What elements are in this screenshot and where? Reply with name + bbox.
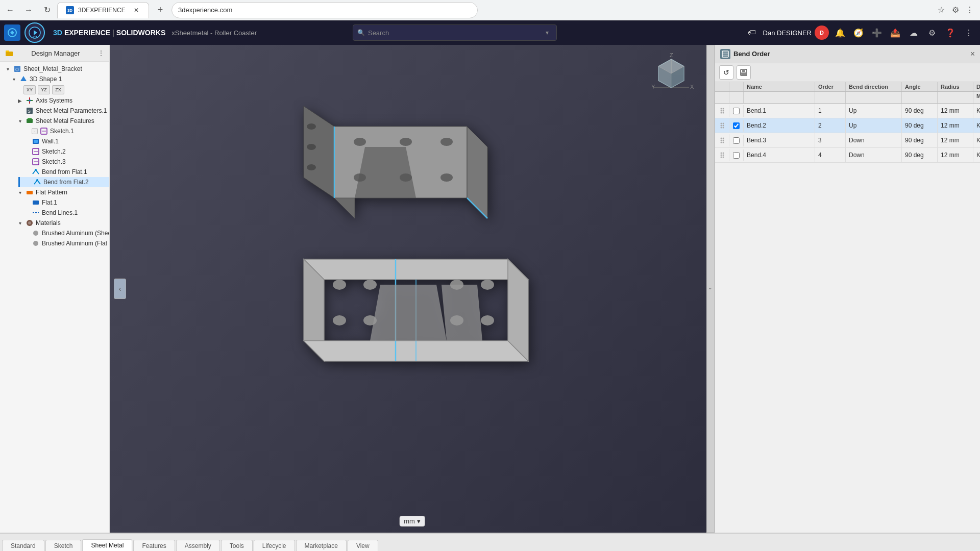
bottom-tab-tools[interactable]: Tools (221, 540, 253, 551)
search-input[interactable] (368, 29, 539, 37)
refresh-button[interactable]: ↻ (41, 4, 53, 16)
svg-point-25 (36, 179, 38, 181)
panel-refresh-btn[interactable]: ↺ (719, 65, 733, 80)
tree-item-root[interactable]: ▾ ⬡ Sheet_Metal_Bracket (0, 64, 109, 74)
more-btn[interactable]: ⋮ (962, 26, 976, 40)
tree-item-3dshape[interactable]: ▾ 3D Shape 1 (6, 74, 109, 84)
panel-save-btn[interactable] (737, 65, 751, 80)
share-btn[interactable]: 📤 (888, 26, 902, 40)
sidebar-menu-button[interactable]: ⋮ (98, 49, 104, 57)
row-checkbox-4[interactable] (733, 152, 740, 159)
spinner-icon[interactable]: VR (24, 22, 45, 43)
bottom-tab-view[interactable]: View (348, 540, 378, 551)
cloud-btn[interactable]: ☁ (906, 26, 921, 40)
tree-item-sketch1[interactable]: - Sketch.1 (18, 126, 109, 136)
svg-point-92 (722, 123, 724, 124)
tree-item-materials[interactable]: ▾ Materials (12, 218, 109, 228)
svg-point-50 (400, 138, 412, 146)
extensions-btn[interactable]: ⚙ (949, 4, 962, 16)
tree-toggle-features[interactable]: ▾ (16, 117, 23, 124)
svg-point-73 (333, 315, 346, 325)
plane-xy-btn[interactable]: XY (23, 85, 36, 94)
tree-item-material1[interactable]: Brushed Aluminum (Sheet ... (18, 228, 109, 238)
row-check-1[interactable] (729, 105, 744, 117)
forward-button[interactable]: → (22, 4, 35, 16)
tree-toggle-root[interactable]: ▾ (4, 65, 11, 72)
panel-close-button[interactable]: × (970, 49, 975, 59)
brand-separator: | (112, 29, 114, 37)
params-icon: S (26, 107, 34, 115)
brand-project-text: xSheetmetal - Roller Coaster (172, 29, 257, 37)
row-drag-1 (715, 105, 729, 117)
notifications-btn[interactable]: 🔔 (833, 26, 847, 40)
table-row-4[interactable]: Bend.4 4 Down 90 deg 12 mm K-Factor 0.5 (715, 148, 980, 163)
bottom-tab-lifecycle[interactable]: Lifecycle (254, 540, 295, 551)
search-dropdown-button[interactable]: ▾ (542, 28, 552, 38)
bottom-tab-marketplace[interactable]: Marketplace (296, 540, 347, 551)
tree-item-bend1[interactable]: Bend from Flat.1 (18, 167, 109, 177)
svg-point-100 (722, 140, 724, 141)
unit-selector[interactable]: mm ▾ (399, 516, 425, 527)
viewport[interactable]: ‹ Z X Y (110, 45, 715, 533)
add-btn[interactable]: ➕ (870, 26, 884, 40)
table-row-1[interactable]: Bend.1 1 Up 90 deg 12 mm K-Factor 0.5 (715, 104, 980, 118)
nav-arrow-left[interactable]: ‹ (114, 279, 126, 299)
table-row-2[interactable]: Bend.2 2 Up 90 deg 12 mm K-Factor 0.5 (715, 118, 980, 133)
settings-btn[interactable]: ⚙ (925, 26, 939, 40)
3dshape-icon (19, 75, 28, 83)
unit-value: mm (404, 517, 415, 525)
new-tab-button[interactable]: + (153, 3, 167, 17)
row-radius-2: 12 mm (938, 118, 973, 133)
row-check-4[interactable] (729, 149, 744, 161)
svg-point-51 (440, 138, 453, 146)
tree-item-bend2[interactable]: Bend from Flat.2 (18, 177, 109, 187)
tree-item-sketch3[interactable]: Sketch.3 (18, 157, 109, 167)
tree-label-material2: Brushed Aluminum (Flat P... (42, 240, 109, 247)
tree-toggle-mat1 (22, 230, 30, 237)
svg-text:X: X (690, 84, 694, 90)
row-check-2[interactable] (729, 120, 744, 132)
tree-item-flat-pattern[interactable]: ▾ Flat Pattern (12, 187, 109, 197)
tree-item-flat1[interactable]: Flat.1 (18, 197, 109, 208)
main-layout: Design Manager ⋮ ▾ ⬡ Sheet_Metal_Bracket… (0, 45, 980, 533)
row-checkbox-3[interactable] (733, 137, 740, 144)
tree-label-wall1: Wall.1 (42, 138, 59, 145)
tree-item-sketch2[interactable]: Sketch.2 (18, 146, 109, 157)
compass-btn[interactable]: 🧭 (851, 26, 866, 40)
user-name: Dan DESIGNER (763, 29, 812, 37)
bottom-tab-sketch[interactable]: Sketch (45, 540, 82, 551)
row-checkbox-2[interactable] (733, 122, 740, 129)
table-row-3[interactable]: Bend.3 3 Down 90 deg 12 mm K-Factor 0.5 (715, 133, 980, 148)
browser-tab[interactable]: 3D 3DEXPERIENCE ✕ (57, 2, 149, 18)
bottom-tab-sheet-metal[interactable]: Sheet Metal (82, 539, 132, 551)
bottom-tab-standard[interactable]: Standard (2, 540, 44, 551)
address-bar[interactable]: 3dexperience.com (172, 2, 478, 18)
help-btn[interactable]: ❓ (943, 26, 958, 40)
tree-toggle-materials[interactable]: ▾ (16, 219, 23, 227)
bottom-tab-features[interactable]: Features (133, 540, 175, 551)
panel-collapse-btn[interactable]: › (706, 45, 715, 533)
left-sidebar: Design Manager ⋮ ▾ ⬡ Sheet_Metal_Bracket… (0, 45, 110, 533)
back-button[interactable]: ← (4, 4, 16, 16)
bottom-tab-assembly[interactable]: Assembly (176, 540, 220, 551)
menu-btn[interactable]: ⋮ (964, 4, 976, 16)
tree-item-bend-lines1[interactable]: Bend Lines.1 (18, 208, 109, 218)
row-check-3[interactable] (729, 135, 744, 146)
tree-toggle-axis[interactable]: ▶ (16, 97, 23, 104)
tree-item-axis-systems[interactable]: ▶ Axis Systems (12, 95, 109, 106)
plane-yz-btn[interactable]: YZ (38, 85, 50, 94)
tag-icon-btn[interactable]: 🏷 (745, 26, 759, 40)
tab-close-button[interactable]: ✕ (132, 6, 140, 14)
tree-item-wall1[interactable]: Wall.1 (18, 136, 109, 146)
tree-toggle-3dshape[interactable]: ▾ (10, 76, 17, 83)
row-checkbox-1[interactable] (733, 108, 740, 114)
bookmarks-btn[interactable]: ☆ (935, 4, 947, 16)
view-cube[interactable]: Z X Y (648, 49, 694, 95)
row-order-3: 3 (815, 133, 846, 147)
tree-item-sheet-features[interactable]: ▾ Sheet Metal Features (12, 116, 109, 126)
tree-item-sheet-params[interactable]: S Sheet Metal Parameters.1 (12, 106, 109, 116)
tree-item-material2[interactable]: Brushed Aluminum (Flat P... (18, 238, 109, 248)
plane-zx-btn[interactable]: ZX (52, 85, 64, 94)
search-bar[interactable]: 🔍 ▾ (353, 24, 557, 41)
tree-toggle-flat[interactable]: ▾ (16, 189, 23, 196)
